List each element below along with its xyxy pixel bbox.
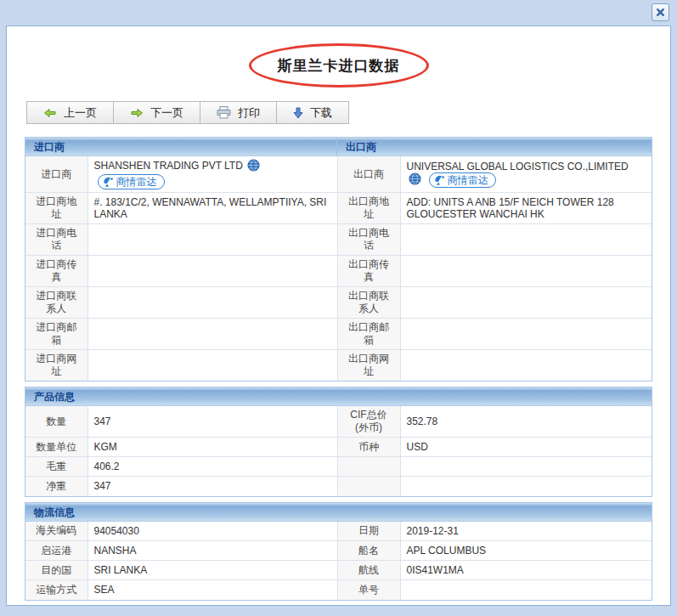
table-row: 目的国 SRI LANKA 航线 0IS41W1MA <box>25 561 652 580</box>
download-icon <box>293 107 303 119</box>
field-label: 数量单位 <box>25 438 87 457</box>
download-button[interactable]: 下载 <box>276 101 349 124</box>
field-value <box>87 287 337 319</box>
printer-icon <box>217 106 231 119</box>
table-row: 净重 347 <box>25 477 652 496</box>
field-value <box>400 580 652 600</box>
table-row: 数量 347 CIF总价(外币) 352.78 <box>25 406 652 438</box>
table-row: 进口商邮箱 出口商邮箱 <box>25 319 652 350</box>
field-value: NANSHA <box>87 541 337 561</box>
section-logistics: 物流信息 海关编码 94054030 日期 2019-12-31 启运港 NAN… <box>25 502 652 601</box>
field-label: 出口商网址 <box>337 350 400 381</box>
arrow-right-icon <box>130 107 144 119</box>
field-label: 航线 <box>337 561 400 580</box>
field-value <box>400 256 652 287</box>
exporter-name-cell: UNIVERSAL GLOBAL LOGISTICS CO.,LIMITED 商… <box>400 156 652 193</box>
product-table: 数量 347 CIF总价(外币) 352.78 数量单位 KGM 币种 USD … <box>25 406 652 496</box>
red-ellipse-highlight: 斯里兰卡进口数据 <box>249 43 429 88</box>
radar-icon <box>103 177 114 187</box>
field-label: 出口商地址 <box>337 193 400 224</box>
table-row: 运输方式 SEA 单号 <box>25 580 652 600</box>
field-value: KGM <box>87 438 337 457</box>
field-label: 数量 <box>25 406 87 438</box>
field-label: 进口商邮箱 <box>25 319 87 350</box>
field-label: 船名 <box>337 541 400 561</box>
logistics-table: 海关编码 94054030 日期 2019-12-31 启运港 NANSHA 船… <box>25 522 652 600</box>
table-row: 进口商 SHANSHEN TRADING PVT LTD 商情雷达 出口商 <box>25 156 652 193</box>
arrow-left-icon <box>43 107 57 119</box>
print-button[interactable]: 打印 <box>200 101 277 124</box>
field-label: 进口商地址 <box>25 193 87 224</box>
field-value <box>87 256 337 287</box>
print-label: 打印 <box>238 105 260 121</box>
field-label: 海关编码 <box>25 522 87 541</box>
field-value: 94054030 <box>87 522 337 541</box>
field-value: SRI LANKA <box>87 561 337 580</box>
download-label: 下载 <box>310 105 332 121</box>
importer-name-cell: SHANSHEN TRADING PVT LTD 商情雷达 <box>87 156 337 193</box>
section-header-logistics: 物流信息 <box>25 503 652 522</box>
table-row: 毛重 406.2 <box>25 457 652 477</box>
field-value <box>87 350 337 381</box>
section-trader: 进口商 出口商 进口商 SHANSHEN TRADING PVT LTD 商情雷… <box>25 137 652 381</box>
field-label: 出口商传真 <box>337 256 400 287</box>
field-value: 406.2 <box>87 457 337 477</box>
importer-header: 进口商 <box>25 138 337 155</box>
field-value: 2019-12-31 <box>400 522 652 541</box>
field-value: APL COLUMBUS <box>400 541 652 561</box>
field-value: 352.78 <box>400 406 652 438</box>
title-row: 斯里兰卡进口数据 <box>25 43 652 88</box>
globe-icon[interactable] <box>247 159 260 174</box>
field-value: 0IS41W1MA <box>400 561 652 580</box>
field-label: 出口商 <box>337 156 400 193</box>
field-label: 目的国 <box>25 561 87 580</box>
radar-badge-button[interactable]: 商情雷达 <box>98 174 165 189</box>
window-titlebar <box>0 0 677 25</box>
exporter-name: UNIVERSAL GLOBAL LOGISTICS CO.,LIMITED <box>407 161 629 172</box>
field-label: 启运港 <box>25 541 87 561</box>
table-row: 进口商网址 出口商网址 <box>25 350 652 381</box>
prev-page-button[interactable]: 上一页 <box>26 101 114 124</box>
radar-badge-button[interactable]: 商情雷达 <box>429 172 496 188</box>
toolbar: 上一页 下一页 打印 下载 <box>26 101 652 124</box>
field-label: 进口商 <box>25 156 87 193</box>
globe-icon[interactable] <box>409 172 421 188</box>
section-description: 描述 产品描述 LIGHT 100 LED, 产品描述 2 Electric l… <box>25 606 652 607</box>
radar-icon <box>434 175 445 185</box>
field-label: 运输方式 <box>25 580 87 600</box>
field-value: #. 183/1C/2, WENNAWATTA, WELLAMPTIIYA, S… <box>87 193 337 224</box>
field-value: 347 <box>87 406 337 438</box>
importer-name: SHANSHEN TRADING PVT LTD <box>94 160 243 172</box>
table-row: 海关编码 94054030 日期 2019-12-31 <box>25 522 652 541</box>
close-icon <box>656 8 665 17</box>
field-label: 净重 <box>25 477 87 496</box>
table-row: 进口商电话 出口商电话 <box>25 224 652 256</box>
table-row: 数量单位 KGM 币种 USD <box>25 438 652 457</box>
page-title: 斯里兰卡进口数据 <box>278 56 400 76</box>
table-row: 进口商地址 #. 183/1C/2, WENNAWATTA, WELLAMPTI… <box>25 193 652 224</box>
field-label: CIF总价(外币) <box>337 406 400 438</box>
section-product: 产品信息 数量 347 CIF总价(外币) 352.78 数量单位 KGM 币种… <box>25 387 652 497</box>
field-value <box>400 224 652 256</box>
field-value <box>400 477 652 496</box>
field-value: SEA <box>87 580 337 600</box>
field-label <box>337 457 400 477</box>
field-value <box>400 287 652 319</box>
field-label <box>337 477 400 496</box>
radar-badge-label: 商情雷达 <box>116 175 157 189</box>
table-row: 启运港 NANSHA 船名 APL COLUMBUS <box>25 541 652 561</box>
field-label: 进口商网址 <box>25 350 87 381</box>
close-button[interactable] <box>652 3 669 21</box>
field-label: 进口商联系人 <box>25 287 87 319</box>
logistics-header: 物流信息 <box>25 503 652 521</box>
field-value: USD <box>400 438 652 457</box>
field-label: 币种 <box>337 438 400 457</box>
product-header: 产品信息 <box>25 387 652 405</box>
trader-table: 进口商 SHANSHEN TRADING PVT LTD 商情雷达 出口商 <box>25 156 652 381</box>
app-window: { "page_title": "斯里兰卡进口数据", "badge_label… <box>0 0 677 616</box>
table-row: 进口商传真 出口商传真 <box>25 256 652 287</box>
next-page-button[interactable]: 下一页 <box>113 101 200 124</box>
field-value <box>400 350 652 381</box>
field-label: 进口商传真 <box>25 256 87 287</box>
table-row: 进口商联系人 出口商联系人 <box>25 287 652 319</box>
